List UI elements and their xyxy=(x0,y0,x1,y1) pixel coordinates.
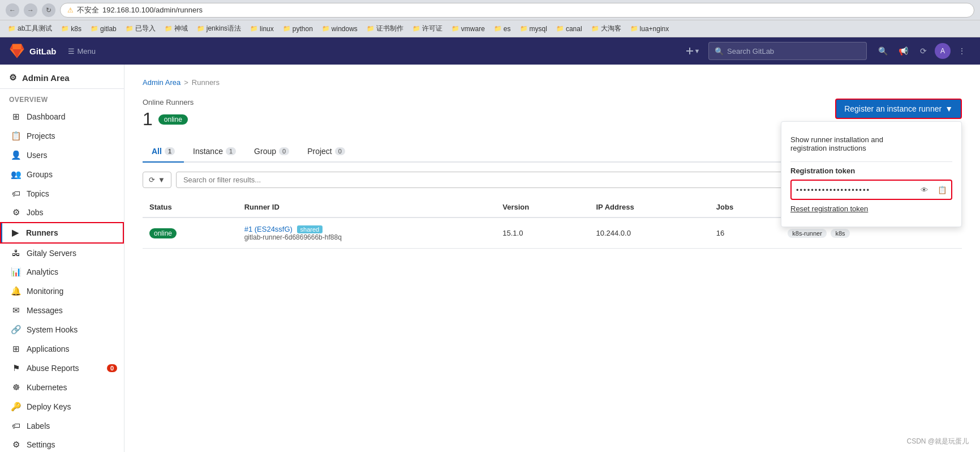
sidebar-item-label: Analytics xyxy=(27,267,58,276)
sidebar-item-analytics[interactable]: 📊 Analytics xyxy=(0,262,124,282)
user-avatar[interactable]: A xyxy=(935,43,951,59)
gitlab-logo[interactable]: GitLab xyxy=(9,43,57,59)
col-ip: IP Address xyxy=(589,197,709,218)
gitlab-logo-text: GitLab xyxy=(29,46,57,56)
bookmark-folder-icon: 📁 xyxy=(520,25,528,32)
bookmark-folder-icon: 📁 xyxy=(630,25,638,32)
merge-request-icon-btn[interactable]: ⟳ xyxy=(914,42,932,60)
runner-id-link[interactable]: #1 (ES24ssfG) xyxy=(244,225,293,233)
register-instance-runner-button[interactable]: Register an instance runner ▼ xyxy=(835,99,962,119)
broadcast-icon-btn[interactable]: 📢 xyxy=(894,42,912,60)
sidebar-item-applications[interactable]: ⊞ Applications xyxy=(0,339,124,359)
reload-button[interactable]: ↻ xyxy=(42,3,55,17)
bookmark-shendomain[interactable]: 📁 神域 xyxy=(161,23,191,35)
bookmark-mysql[interactable]: 📁 mysql xyxy=(517,24,551,34)
sidebar-item-labels[interactable]: 🏷 Labels xyxy=(0,416,124,435)
registration-token-input[interactable] xyxy=(793,184,914,197)
bookmark-linux[interactable]: 📁 linux xyxy=(247,24,277,34)
register-btn-label: Register an instance runner xyxy=(844,104,942,113)
sidebar-item-kubernetes[interactable]: ☸ Kubernetes xyxy=(0,378,124,397)
bookmark-folder-icon: 📁 xyxy=(197,25,205,32)
show-instructions-item[interactable]: Show runner installation andregistration… xyxy=(790,131,952,157)
sidebar-item-projects[interactable]: 📋 Projects xyxy=(0,126,124,146)
runner-id-cell: #1 (ES24ssfG) shared gitlab-runner-6d686… xyxy=(238,218,496,249)
sidebar-item-settings[interactable]: ⚙ Settings xyxy=(0,435,124,452)
deploy-keys-icon: 🔑 xyxy=(11,402,21,412)
filter-history-btn[interactable]: ⟳ ▼ xyxy=(143,172,171,188)
tab-instance[interactable]: Instance 1 xyxy=(184,141,245,163)
breadcrumb-admin-link[interactable]: Admin Area xyxy=(143,78,180,87)
sidebar-item-topics[interactable]: 🏷 Topics xyxy=(0,184,124,203)
breadcrumb: Admin Area > Runners xyxy=(143,78,962,87)
plus-icon-btn[interactable]: ▼ xyxy=(684,42,702,60)
bookmark-vmware[interactable]: 📁 vmware xyxy=(448,24,488,34)
copy-token-button[interactable]: 📋 xyxy=(934,182,950,198)
address-bar[interactable]: ⚠ 不安全 192.168.10.100/admin/runners xyxy=(60,3,974,18)
tab-all-label: All xyxy=(152,147,162,156)
sidebar-item-label: Runners xyxy=(26,228,58,237)
sidebar-item-messages[interactable]: ✉ Messages xyxy=(0,301,124,320)
bookmark-taoke[interactable]: 📁 大淘客 xyxy=(588,23,625,35)
tab-group-count: 0 xyxy=(279,147,289,155)
runner-status-cell: online xyxy=(143,218,238,249)
sidebar-item-monitoring[interactable]: 🔔 Monitoring xyxy=(0,282,124,301)
messages-icon: ✉ xyxy=(11,305,21,315)
tab-project[interactable]: Project 0 xyxy=(298,141,354,163)
bookmark-ab[interactable]: 📁 ab工具测试 xyxy=(5,23,55,35)
reset-registration-token-link[interactable]: Reset registration token xyxy=(790,200,952,218)
security-warning-icon: ⚠ xyxy=(67,6,74,14)
main-layout: ⚙ Admin Area Overview ⊞ Dashboard 📋 Proj… xyxy=(0,65,980,452)
toggle-token-visibility-button[interactable]: 👁 xyxy=(916,182,932,198)
bookmark-folder-icon: 📁 xyxy=(412,25,420,32)
tab-all-count: 1 xyxy=(165,147,175,155)
sidebar-item-deploy-keys[interactable]: 🔑 Deploy Keys xyxy=(0,397,124,416)
search-icon: 🔍 xyxy=(715,47,724,56)
sidebar-item-label: Gitaly Servers xyxy=(27,249,76,258)
tab-group[interactable]: Group 0 xyxy=(245,141,298,163)
sidebar-item-label: Monitoring xyxy=(27,287,63,296)
forward-button[interactable]: → xyxy=(24,3,37,17)
tab-all[interactable]: All 1 xyxy=(143,141,184,163)
tab-project-label: Project xyxy=(307,147,332,156)
sidebar-item-label: System Hooks xyxy=(27,325,78,334)
bookmark-canal[interactable]: 📁 canal xyxy=(553,24,586,34)
search-icon-btn[interactable]: 🔍 xyxy=(874,42,892,60)
bookmark-gitlab[interactable]: 📁 gitlab xyxy=(87,24,120,34)
users-icon: 👤 xyxy=(11,150,21,160)
labels-icon: 🏷 xyxy=(11,421,21,430)
sidebar-item-abuse-reports[interactable]: ⚑ Abuse Reports 0 xyxy=(0,359,124,378)
gitlab-header: GitLab ☰ Menu ▼ 🔍 Search GitLab 🔍 📢 ⟳ A … xyxy=(0,37,980,65)
sidebar-item-users[interactable]: 👤 Users xyxy=(0,146,124,165)
svg-rect-1 xyxy=(686,50,693,52)
settings-icon: ⚙ xyxy=(11,440,21,450)
tab-project-count: 0 xyxy=(335,147,345,155)
breadcrumb-separator: > xyxy=(184,78,188,87)
sidebar-item-jobs[interactable]: ⚙ Jobs xyxy=(0,203,124,222)
sidebar-item-label: Kubernetes xyxy=(27,383,67,392)
sidebar-item-groups[interactable]: 👥 Groups xyxy=(0,165,124,184)
sidebar-item-dashboard[interactable]: ⊞ Dashboard xyxy=(0,107,124,126)
col-status: Status xyxy=(143,197,238,218)
bookmark-jenkins[interactable]: 📁 jenkins语法 xyxy=(194,23,244,35)
bookmark-license[interactable]: 📁 许可证 xyxy=(409,23,446,35)
bookmark-es[interactable]: 📁 es xyxy=(491,24,514,34)
back-button[interactable]: ← xyxy=(6,3,19,17)
sidebar-item-gitaly[interactable]: 🖧 Gitaly Servers xyxy=(0,244,124,262)
bookmark-folder-icon: 📁 xyxy=(556,25,564,32)
bookmark-folder-icon: 📁 xyxy=(250,25,258,32)
menu-button[interactable]: ☰ Menu xyxy=(63,45,101,58)
sidebar-item-system-hooks[interactable]: 🔗 System Hooks xyxy=(0,320,124,339)
bookmark-k8s[interactable]: 📁 k8s xyxy=(58,24,85,34)
search-bar[interactable]: 🔍 Search GitLab xyxy=(708,42,867,60)
bookmark-cert[interactable]: 📁 证书制作 xyxy=(363,23,407,35)
analytics-icon: 📊 xyxy=(11,267,21,277)
sidebar-item-runners[interactable]: ▶ Runners xyxy=(0,222,124,244)
more-icon-btn[interactable]: ⋮ xyxy=(953,42,971,60)
bookmark-python[interactable]: 📁 python xyxy=(280,24,316,34)
bookmark-lua-nginx[interactable]: 📁 lua+nginx xyxy=(627,24,673,34)
bookmark-imported[interactable]: 📁 已导入 xyxy=(122,23,159,35)
bookmark-windows[interactable]: 📁 windows xyxy=(319,24,361,34)
admin-area-label: Admin Area xyxy=(22,73,70,83)
bookmark-folder-icon: 📁 xyxy=(494,25,502,32)
applications-icon: ⊞ xyxy=(11,344,21,354)
